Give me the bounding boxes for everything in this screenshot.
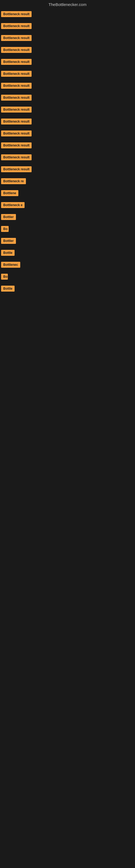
list-item[interactable]: Bottleneck result — [1, 154, 134, 161]
list-item[interactable]: Bottle — [1, 250, 134, 257]
list-item[interactable]: Bottleneck result — [1, 119, 134, 126]
list-item[interactable]: Bottler — [1, 214, 134, 221]
list-item[interactable]: Bottleneck result — [1, 59, 134, 66]
list-item[interactable]: Bottlenec — [1, 262, 134, 269]
bottleneck-badge[interactable]: Bottle — [1, 286, 14, 291]
bottleneck-badge[interactable]: Bottleneck e — [1, 202, 25, 208]
bottleneck-badge[interactable]: Bottleneck result — [1, 23, 32, 29]
list-item[interactable]: Bottleneck result — [1, 71, 134, 78]
bottleneck-badge[interactable]: Bottlene — [1, 190, 18, 196]
bottleneck-badge[interactable]: Bo — [1, 274, 8, 280]
list-item[interactable]: Bottleneck result — [1, 23, 134, 30]
bottleneck-badge[interactable]: Bottleneck result — [1, 106, 32, 113]
bottleneck-badge[interactable]: Bottleneck result — [1, 47, 32, 53]
list-item[interactable]: Bottleneck result — [1, 83, 134, 90]
items-container: Bottleneck resultBottleneck resultBottle… — [0, 10, 135, 293]
list-item[interactable]: Bottlene — [1, 190, 134, 197]
list-item[interactable]: Bottleneck result — [1, 95, 134, 102]
list-item[interactable]: Bottleneck result — [1, 143, 134, 150]
list-item[interactable]: Bottleneck result — [1, 11, 134, 18]
bottleneck-badge[interactable]: Bottleneck re — [1, 178, 26, 184]
list-item[interactable]: Bo — [1, 274, 134, 281]
list-item[interactable]: Bottleneck result — [1, 166, 134, 173]
list-item[interactable]: Bottleneck result — [1, 35, 134, 42]
bottleneck-badge[interactable]: Bottler — [1, 214, 16, 220]
bottleneck-badge[interactable]: Bottlenec — [1, 262, 20, 268]
bottleneck-badge[interactable]: Bottleneck result — [1, 83, 32, 89]
bottleneck-badge[interactable]: Bottleneck result — [1, 71, 32, 77]
site-title: TheBottlenecker.com — [0, 0, 135, 10]
list-item[interactable]: Bottleneck result — [1, 130, 134, 137]
site-title-container: TheBottlenecker.com — [0, 0, 135, 10]
bottleneck-badge[interactable]: Bottleneck result — [1, 143, 32, 148]
bottleneck-badge[interactable]: Bottleneck result — [1, 119, 32, 124]
list-item[interactable]: Bo — [1, 226, 134, 233]
bottleneck-badge[interactable]: Bottleneck result — [1, 59, 32, 65]
list-item[interactable]: Bottleneck result — [1, 106, 134, 114]
bottleneck-badge[interactable]: Bottleneck result — [1, 154, 32, 160]
bottleneck-badge[interactable]: Bottle — [1, 250, 14, 256]
list-item[interactable]: Bottleneck re — [1, 178, 134, 185]
bottleneck-badge[interactable]: Bottleneck result — [1, 166, 32, 172]
list-item[interactable]: Bottle — [1, 286, 134, 293]
bottleneck-badge[interactable]: Bottler — [1, 238, 16, 244]
bottleneck-badge[interactable]: Bottleneck result — [1, 11, 32, 17]
bottleneck-badge[interactable]: Bo — [1, 226, 9, 232]
bottleneck-badge[interactable]: Bottleneck result — [1, 130, 32, 136]
bottleneck-badge[interactable]: Bottleneck result — [1, 35, 32, 41]
list-item[interactable]: Bottleneck e — [1, 202, 134, 209]
bottleneck-badge[interactable]: Bottleneck result — [1, 95, 32, 101]
list-item[interactable]: Bottler — [1, 238, 134, 245]
list-item[interactable]: Bottleneck result — [1, 47, 134, 54]
